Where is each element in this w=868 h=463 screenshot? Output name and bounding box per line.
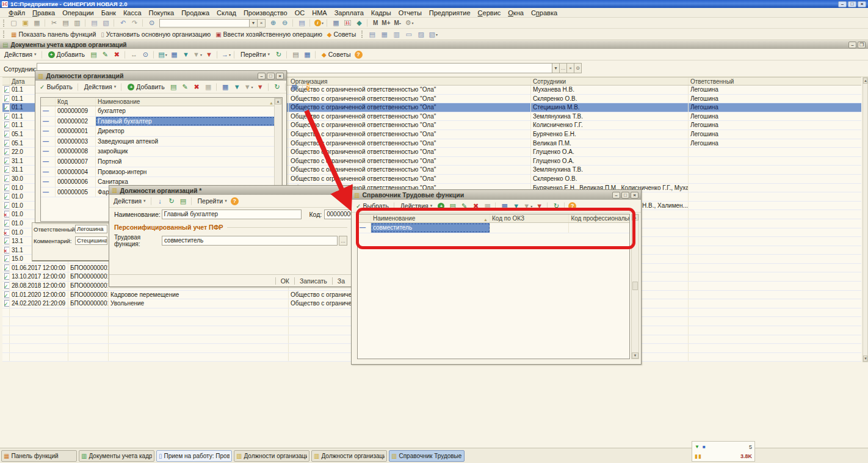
search-clear-button[interactable]: × xyxy=(258,19,266,27)
menu-item[interactable]: Кадры xyxy=(367,9,395,16)
set-main-organization-button[interactable]: ▯Установить основную организацию xyxy=(98,29,213,39)
toolbar-icon[interactable] xyxy=(216,83,218,91)
toolbar-icon[interactable] xyxy=(125,51,126,59)
toolbar-grip[interactable] xyxy=(3,20,5,27)
actions-button[interactable]: Действия▾ xyxy=(398,201,435,211)
help-icon[interactable]: ? xyxy=(306,83,310,91)
toolbar-icon[interactable] xyxy=(142,19,144,27)
edit-icon[interactable]: ✎ xyxy=(100,50,110,59)
print-icon[interactable]: ▤ xyxy=(291,50,301,59)
minimize-button[interactable]: – xyxy=(848,42,856,48)
refresh-icon[interactable]: ↻ xyxy=(272,82,283,92)
column-header-name[interactable]: Наименование xyxy=(96,98,275,106)
enter-business-operation-button[interactable]: ▣Ввести хозяйственную операцию xyxy=(213,29,325,39)
search-icon[interactable]: ⊙ xyxy=(146,18,157,27)
new-document-icon[interactable]: ▢ xyxy=(9,18,19,27)
column-header-okz[interactable]: Код по ОКЗ xyxy=(490,214,569,222)
zoom-in-icon[interactable]: ⊕ xyxy=(268,18,278,27)
menu-item[interactable]: ОС xyxy=(291,9,309,16)
scroll-up-icon[interactable]: ▲ xyxy=(863,78,867,84)
employee-open-button[interactable]: … xyxy=(560,63,567,73)
toolbar-icon[interactable] xyxy=(564,202,566,210)
copy-item-icon[interactable]: ▤ xyxy=(447,202,458,211)
cut-icon[interactable]: ✂ xyxy=(49,18,59,27)
delete-icon[interactable]: ✖ xyxy=(192,82,202,92)
actions-button[interactable]: Действия▾ xyxy=(2,49,39,59)
scroll-up-icon[interactable]: ▲ xyxy=(275,98,281,104)
employee-clear-button[interactable]: × xyxy=(567,63,574,73)
memory-add-button[interactable]: M+ xyxy=(380,20,392,26)
column-header-name[interactable]: Наименование xyxy=(371,214,490,222)
zoom-out-icon[interactable]: ⊖ xyxy=(280,18,290,27)
toolbar-icon[interactable] xyxy=(495,202,497,210)
restore-button[interactable]: ❐ xyxy=(858,42,866,48)
filter-settings-icon[interactable]: ▦ xyxy=(220,82,231,92)
journal-icon[interactable]: ▨ xyxy=(416,30,426,39)
toolbar-icon[interactable] xyxy=(547,202,549,210)
print-preview-icon[interactable]: ▧ xyxy=(101,18,111,27)
add-icon[interactable]: + xyxy=(436,202,446,211)
filter-icon[interactable]: ▼ xyxy=(232,82,242,92)
menu-item[interactable]: Отчеты xyxy=(395,9,425,16)
maximize-button[interactable]: □ xyxy=(848,1,856,7)
toolbar-icon[interactable] xyxy=(85,19,87,27)
toolbar-icon[interactable] xyxy=(268,83,270,91)
column-header-organization[interactable]: Организация xyxy=(289,78,531,85)
filter-settings-icon[interactable]: ▦ xyxy=(169,50,179,59)
scroll-up-icon[interactable]: ▲ xyxy=(632,214,638,221)
refresh-icon[interactable]: ↻ xyxy=(273,50,284,59)
chart-icon[interactable]: ▦ xyxy=(379,30,389,39)
delete-icon[interactable]: ✖ xyxy=(112,50,122,59)
column-header-code[interactable]: Код xyxy=(56,98,96,106)
memory-subtract-button[interactable]: M- xyxy=(392,20,403,26)
help-icon[interactable]: ? xyxy=(231,197,239,205)
filter-by-value-icon[interactable]: ▼ xyxy=(523,202,533,211)
help-icon[interactable]: ? xyxy=(568,202,576,210)
copy-item-icon[interactable]: ▤ xyxy=(168,82,179,92)
close-button[interactable]: × xyxy=(858,1,866,7)
copy-item-icon[interactable]: ▤ xyxy=(89,50,99,59)
toolbar-grip[interactable] xyxy=(3,31,5,38)
menu-item[interactable]: НМА xyxy=(308,9,330,16)
actions-button[interactable]: Действия▾ xyxy=(111,196,148,206)
position-row[interactable]: — 000000004 Провизор-интерн xyxy=(41,167,282,178)
position-row[interactable]: — 000000001 Директор xyxy=(41,126,282,137)
position-row[interactable]: — 000000007 Портной xyxy=(41,157,282,167)
set-interval-icon[interactable]: ↔ xyxy=(129,50,139,59)
column-header-responsible[interactable]: Ответственный xyxy=(689,78,861,85)
show-function-panel-button[interactable]: ▦Показать панель функций xyxy=(9,29,98,39)
ellipsis-button[interactable]: … xyxy=(339,236,347,246)
save-icon[interactable]: ▦ xyxy=(32,18,42,27)
add-button[interactable]: +Добавить xyxy=(46,49,87,59)
labor-function-field[interactable]: совместитель xyxy=(162,236,338,246)
toolbar-icon[interactable] xyxy=(153,51,155,59)
toolbar-icon[interactable] xyxy=(309,19,311,27)
refresh-icon[interactable]: ↻ xyxy=(551,202,562,211)
table-scrollbar[interactable]: ▲ ▼ xyxy=(863,77,868,362)
undo-icon[interactable]: ↶ xyxy=(118,18,128,27)
edit-icon[interactable]: ✎ xyxy=(180,82,190,92)
select-button[interactable]: ✓Выбрать xyxy=(353,201,391,211)
menu-item[interactable]: Покупка xyxy=(145,9,178,16)
menu-item[interactable]: Продажа xyxy=(178,9,213,16)
edit-icon[interactable]: ✎ xyxy=(459,202,469,211)
toolbar-icon[interactable] xyxy=(217,51,219,59)
delete-icon[interactable]: ✖ xyxy=(471,202,481,211)
menu-item[interactable]: Правка xyxy=(29,9,59,16)
toolbar-grip[interactable] xyxy=(361,31,364,38)
close-button[interactable]: За xyxy=(332,277,350,285)
scroll-down-icon[interactable]: ▼ xyxy=(863,355,867,362)
tips-button[interactable]: ◆Советы xyxy=(325,29,358,39)
taskbar-position-item[interactable]: ▥ Должности организаций * xyxy=(311,450,387,462)
settings-icon[interactable]: ⚙ xyxy=(404,18,414,27)
position-row[interactable]: — 000000002 Главный бухгалтер xyxy=(41,117,282,127)
employee-find-button[interactable]: ⊙ xyxy=(574,63,582,73)
toolbar-icon[interactable] xyxy=(234,51,236,59)
employee-dropdown-button[interactable]: ▾ xyxy=(552,63,560,73)
redo-icon[interactable]: ↷ xyxy=(129,18,140,27)
goto-button[interactable]: Перейти▾ xyxy=(195,196,230,206)
clear-filter-icon[interactable]: ▼ xyxy=(204,50,214,59)
post-document-icon[interactable]: → xyxy=(221,50,231,59)
related-windows-icon[interactable]: ▤ xyxy=(297,18,307,27)
goto-button[interactable]: Перейти▾ xyxy=(238,49,272,59)
